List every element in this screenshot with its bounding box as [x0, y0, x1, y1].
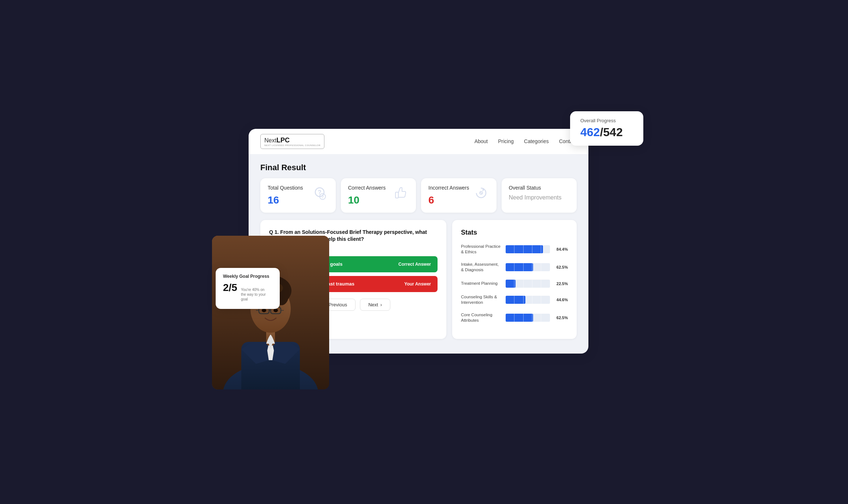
bar-row: Intake, Assessment, & Diagnosis62.5% — [461, 262, 568, 273]
weekly-goal-value-row: 2/5 You're 40% on the way to your goal — [223, 282, 272, 302]
overall-progress-value: 462/542 — [580, 126, 633, 139]
next-label: Next — [368, 302, 378, 307]
bar-row: Treatment Planning22.5% — [461, 280, 568, 288]
bar-label: Professional Practice & Ethics — [461, 244, 501, 255]
bar-fill — [506, 296, 525, 304]
stats-chart-title: Stats — [461, 229, 568, 236]
stat-incorrect-answers: Incorrect Answers 6 — [421, 178, 496, 213]
overall-status-label: Overall Status — [509, 185, 562, 191]
final-result-title: Final Result — [260, 163, 577, 172]
bar-row: Core Counseling Attributes62.5% — [461, 312, 568, 324]
bar-value: 84.4% — [557, 247, 568, 251]
question-number: Q 1. — [269, 229, 280, 235]
bar-fill — [506, 314, 533, 322]
bar-background — [506, 280, 550, 288]
bar-label: Core Counseling Attributes — [461, 312, 501, 324]
overall-progress-card: Overall Progress 462/542 — [570, 111, 643, 146]
stat-correct-answers: Correct Answers 10 — [341, 178, 416, 213]
bar-fill — [506, 280, 516, 288]
bar-value: 44.6% — [557, 298, 568, 302]
bar-label: Counseling Skills & Intervention — [461, 294, 501, 306]
prev-label: Previous — [328, 302, 347, 307]
svg-text:?: ? — [321, 195, 323, 199]
bar-label: Intake, Assessment, & Diagnosis — [461, 262, 501, 273]
nav-categories[interactable]: Categories — [524, 138, 549, 144]
wrong-answer-badge: Your Answer — [404, 281, 431, 287]
bar-fill — [506, 263, 533, 271]
bar-fill — [506, 245, 543, 253]
svg-point-29 — [262, 309, 266, 312]
questions-icon: ? ? — [311, 185, 328, 206]
svg-rect-4 — [395, 192, 398, 198]
bar-value: 22.5% — [557, 281, 568, 286]
bar-container — [506, 245, 550, 253]
bar-background — [506, 245, 550, 253]
bar-container — [506, 314, 550, 322]
logo-lpc: LPC — [276, 137, 290, 144]
nav-pricing[interactable]: Pricing — [498, 138, 514, 144]
nav-about[interactable]: About — [475, 138, 488, 144]
stat-overall-status: Overall Status Need Improvements — [502, 178, 577, 213]
bar-row: Professional Practice & Ethics84.4% — [461, 244, 568, 255]
svg-line-8 — [480, 192, 482, 194]
correct-answer-badge: Correct Answer — [398, 262, 431, 267]
bar-container — [506, 263, 550, 271]
stat-total-questions: Total Questions 16 ? ? — [260, 178, 336, 213]
stats-cards: Total Questions 16 ? ? Correc — [260, 178, 577, 213]
bar-value: 62.5% — [557, 316, 568, 320]
bar-label: Treatment Planning — [461, 281, 501, 287]
logo-next: Next — [264, 137, 276, 143]
bar-background — [506, 314, 550, 322]
next-button[interactable]: Next › — [360, 299, 390, 311]
thumbup-icon — [393, 185, 409, 204]
bar-row: Counseling Skills & Intervention44.6% — [461, 294, 568, 306]
person-silhouette — [212, 236, 329, 389]
overall-progress-blue: 462 — [580, 126, 600, 139]
navbar: NextLPC NEXT LICENSED PROFESSIONAL COUNS… — [249, 129, 588, 154]
bar-container — [506, 296, 550, 304]
weekly-goal-card: Weekly Goal Progress 2/5 You're 40% on t… — [216, 268, 280, 309]
weekly-goal-value: 2/5 — [223, 282, 237, 294]
overall-progress-total: 542 — [603, 126, 622, 139]
bar-background — [506, 296, 550, 304]
overall-progress-separator: / — [600, 126, 603, 139]
bar-value: 62.5% — [557, 265, 568, 269]
correct-answers-label: Correct Answers — [348, 185, 386, 191]
weekly-goal-subtext: You're 40% on the way to your goal — [241, 287, 270, 302]
stats-chart-panel: Stats Professional Practice & Ethics84.4… — [452, 220, 577, 339]
correct-answers-value: 10 — [348, 194, 386, 206]
next-chevron-icon: › — [380, 302, 382, 307]
bar-background — [506, 263, 550, 271]
bars-container: Professional Practice & Ethics84.4%Intak… — [461, 244, 568, 324]
total-questions-label: Total Questions — [268, 185, 303, 191]
incorrect-answers-label: Incorrect Answers — [428, 185, 469, 191]
person-image — [212, 236, 329, 389]
logo: NextLPC NEXT LICENSED PROFESSIONAL COUNS… — [260, 134, 324, 149]
overall-progress-label: Overall Progress — [580, 118, 633, 123]
person-svg — [212, 236, 329, 389]
weekly-goal-title: Weekly Goal Progress — [223, 274, 272, 279]
bar-container — [506, 280, 550, 288]
incorrect-answers-value: 6 — [428, 194, 469, 206]
nav-links: About Pricing Categories Contact — [475, 138, 577, 145]
svg-point-30 — [274, 309, 278, 312]
overall-status-value: Need Improvements — [509, 194, 562, 201]
refresh-icon — [473, 185, 489, 204]
total-questions-value: 16 — [268, 194, 303, 206]
logo-sub: NEXT LICENSED PROFESSIONAL COUNSELOR — [264, 144, 320, 146]
